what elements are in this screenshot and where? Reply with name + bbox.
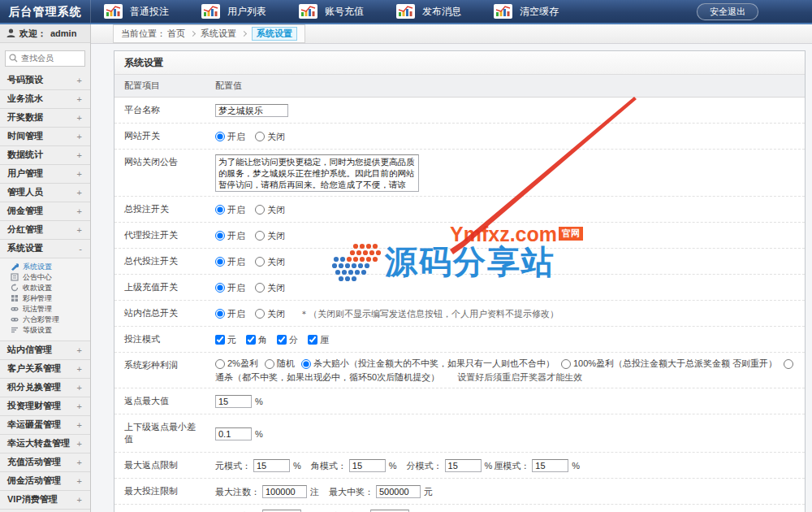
profit-2pct-radio[interactable]	[215, 359, 225, 369]
sidebar-item-system-settings[interactable]: 系统设置-	[0, 240, 90, 258]
li-mode-input[interactable]	[532, 459, 568, 472]
sidebar-item-time-management[interactable]: 时间管理+	[0, 128, 90, 146]
sidebar-item-lucky-egg[interactable]: 幸运砸蛋管理+	[0, 416, 90, 435]
breadcrumb-prefix: 当前位置：	[121, 28, 166, 40]
nav-item-label: 普通投注	[130, 5, 169, 19]
yuan-mode-input[interactable]	[253, 459, 290, 472]
expand-plus-icon: +	[77, 225, 82, 235]
submenu-item-play-management[interactable]: 玩法管理	[0, 304, 90, 315]
submenu-item-system-settings[interactable]: 系统设置	[0, 262, 90, 272]
sidebar-item-vip-consume[interactable]: VIP消费管理+	[0, 491, 90, 510]
rebate-max-input[interactable]	[215, 395, 252, 408]
checkbox-label: 元	[227, 334, 236, 346]
gamepad-icon	[11, 305, 19, 313]
welcome-username: admin	[50, 28, 76, 38]
total-bet-off-radio[interactable]	[255, 205, 265, 215]
profit-kill-all-radio[interactable]	[784, 359, 793, 369]
radio-label: 开启	[227, 131, 245, 143]
row-bet-mode: 投注模式 元 角 分 厘	[114, 327, 805, 353]
radio-label: 开启	[227, 256, 245, 268]
agent-bet-off-radio[interactable]	[255, 231, 265, 241]
sidebar-item-user-management[interactable]: 用户管理+	[0, 165, 90, 184]
submenu-item-level-settings[interactable]: 等级设置	[0, 325, 90, 336]
collapse-minus-icon: -	[79, 244, 82, 254]
profit-100pct-radio[interactable]	[561, 359, 571, 369]
sidebar-item-inbox-management[interactable]: 站内信管理+	[0, 341, 90, 360]
sidebar-item-number-preset[interactable]: 号码预设+	[0, 72, 90, 90]
submenu-item-lottery-management[interactable]: 彩种管理	[0, 293, 90, 304]
checkbox-label: 厘	[320, 334, 329, 346]
row-upper-recharge-switch: 上级充值开关 开启 关闭	[114, 275, 805, 301]
submenu-label: 等级设置	[23, 325, 52, 336]
radio-label: 开启	[227, 204, 245, 216]
bet-mode-li-checkbox[interactable]	[308, 335, 317, 345]
chart-icon	[299, 4, 317, 19]
fen-mode-input[interactable]	[445, 459, 482, 472]
message-on-radio[interactable]	[215, 309, 225, 319]
row-master-bet-switch: 总代投注开关 开启 关闭	[114, 249, 805, 275]
menu-label: 系统设置	[7, 242, 43, 254]
agent-bet-on-radio[interactable]	[215, 231, 225, 241]
profit-random-radio[interactable]	[265, 359, 274, 369]
site-switch-on-radio[interactable]	[215, 132, 225, 141]
row-close-notice: 网站关闭公告 为了能让您访问更快更稳定，同时为您提供更高品质的服务，梦之城娱乐正…	[114, 150, 805, 197]
platform-name-input[interactable]	[215, 104, 288, 117]
site-switch-off-radio[interactable]	[255, 132, 265, 141]
total-bet-on-radio[interactable]	[215, 205, 225, 215]
sidebar-item-draw-data[interactable]: 开奖数据+	[0, 109, 90, 128]
master-bet-off-radio[interactable]	[255, 257, 265, 267]
expand-plus-icon: +	[77, 476, 82, 486]
bet-mode-jiao-checkbox[interactable]	[246, 335, 256, 345]
sidebar-item-business-flow[interactable]: 业务流水+	[0, 90, 90, 109]
breadcrumb-home[interactable]: 首页	[167, 28, 185, 40]
wrench-icon	[11, 263, 19, 271]
radio-label: 开启	[227, 308, 245, 320]
sidebar-item-investment-management[interactable]: 投资理财管理+	[0, 397, 90, 416]
sidebar-item-admin-management[interactable]: 管理人员+	[0, 184, 90, 202]
sidebar-item-crm-management[interactable]: 客户关系管理+	[0, 360, 90, 379]
rebate-min-diff-input[interactable]	[215, 427, 252, 440]
sidebar-item-lucky-draw[interactable]: 幸运大抽奖管理+	[0, 510, 90, 512]
sidebar-item-dividend-management[interactable]: 分红管理+	[0, 221, 90, 240]
menu-label: 数据统计	[7, 149, 43, 161]
upper-recharge-off-radio[interactable]	[255, 283, 265, 293]
table-header: 配置项目 配置值	[114, 75, 805, 98]
expand-plus-icon: +	[77, 345, 82, 355]
master-bet-on-radio[interactable]	[215, 257, 225, 267]
grid-icon	[11, 294, 19, 302]
logout-button[interactable]: 安全退出	[697, 3, 758, 20]
max-bets-input[interactable]	[262, 485, 307, 498]
upper-recharge-on-radio[interactable]	[215, 283, 225, 293]
radio-label: 2%盈利	[227, 358, 258, 370]
submenu-item-mark6-management[interactable]: 六合彩管理	[0, 315, 90, 325]
jiao-mode-input[interactable]	[349, 459, 386, 472]
unit-label: %	[255, 397, 263, 406]
menu-label: 佣金管理	[7, 205, 43, 217]
nav-item-publish-message[interactable]: 发布消息	[383, 0, 481, 23]
nav-item-normal-bet[interactable]: 普通投注	[91, 0, 188, 23]
nav-item-clear-cache[interactable]: 清空缓存	[481, 0, 578, 23]
bet-mode-yuan-checkbox[interactable]	[215, 335, 225, 345]
sidebar-item-lucky-wheel[interactable]: 幸运大转盘管理+	[0, 435, 90, 453]
nav-item-account-recharge[interactable]: 账号充值	[286, 0, 383, 23]
sidebar-item-commission-activity[interactable]: 佣金活动管理+	[0, 472, 90, 491]
max-win-input[interactable]	[376, 485, 421, 498]
sidebar-item-commission-management[interactable]: 佣金管理+	[0, 202, 90, 221]
menu-label: 管理人员	[7, 186, 43, 198]
sidebar-item-recharge-activity[interactable]: 充值活动管理+	[0, 453, 90, 472]
nav-item-user-list[interactable]: 用户列表	[188, 0, 286, 23]
profit-kill-big-radio[interactable]	[301, 359, 311, 369]
bet-mode-fen-checkbox[interactable]	[277, 335, 287, 345]
message-off-radio[interactable]	[255, 309, 265, 319]
close-notice-textarea[interactable]: 为了能让您访问更快更稳定，同时为您提供更高品质的服务，梦之城娱乐正在维护系统。因…	[215, 154, 419, 192]
topbar: 后台管理系统 普通投注 用户列表 账号充值 发布消息 清空缓存 安全退出	[0, 0, 812, 24]
submenu-item-announcement-center[interactable]: 公告中心	[0, 272, 90, 283]
submenu-item-payment-settings[interactable]: 收款设置	[0, 283, 90, 293]
sidebar-item-data-statistics[interactable]: 数据统计+	[0, 146, 90, 165]
menu-label: 业务流水	[7, 93, 43, 105]
sidebar-item-points-exchange[interactable]: 积分兑换管理+	[0, 379, 90, 397]
row-label: 网站开关	[114, 124, 204, 149]
system-settings-submenu: 系统设置 公告中心 收款设置 彩种管理 玩法管理 六合彩管理 等级设置	[0, 258, 90, 341]
breadcrumb-section[interactable]: 系统设置	[201, 28, 236, 40]
radio-label: 关闭	[267, 230, 285, 242]
